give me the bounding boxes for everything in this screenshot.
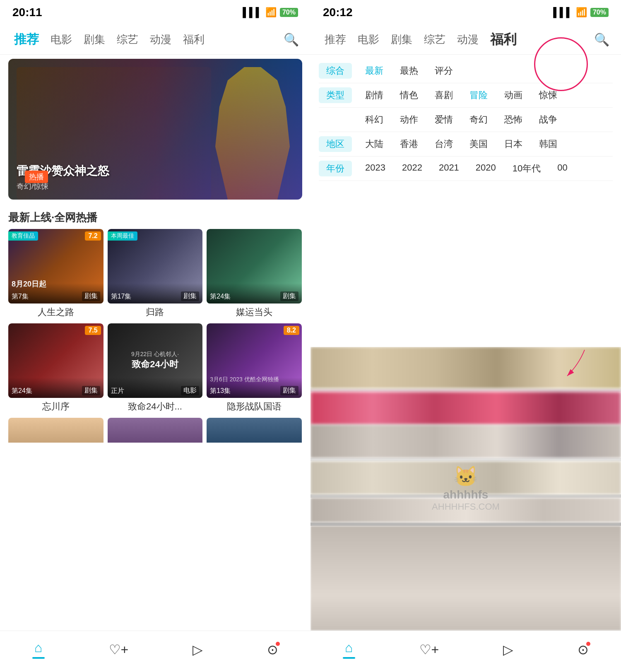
filter-option-2020[interactable]: 2020 xyxy=(469,161,503,176)
nav-item-series[interactable]: 剧集 xyxy=(78,29,111,50)
movie-info-6: 第13集 剧集 xyxy=(207,378,302,398)
filter-option-2023[interactable]: 2023 xyxy=(359,161,392,176)
filter-option-mainland[interactable]: 大陆 xyxy=(359,136,390,152)
filter-option-erotic[interactable]: 情色 xyxy=(393,87,425,103)
movie-episode-5: 正片 xyxy=(111,387,124,395)
movie-info-1: 第7集 剧集 xyxy=(8,283,104,303)
nav-item-recommend[interactable]: 推荐 xyxy=(8,28,45,51)
movie-episode-6: 第13集 xyxy=(210,387,231,395)
filter-row-general: 综合 最新 最热 评分 xyxy=(319,59,613,83)
filter-area: 综合 最新 最热 评分 类型 剧情 情色 喜剧 冒险 动画 惊悚 科幻 动作 xyxy=(310,55,621,347)
movie-name-6: 隐形战队国语 xyxy=(207,398,302,414)
watermark-url: AHHHHFS.COM xyxy=(432,501,500,512)
signal-icon: ▌▌▌ xyxy=(243,7,262,18)
filter-option-hottest[interactable]: 最热 xyxy=(393,63,425,79)
wifi-icon: 📶 xyxy=(265,7,277,18)
right-nav-anime[interactable]: 动漫 xyxy=(451,29,484,50)
battery-badge: 70% xyxy=(280,8,298,17)
bottom-nav-profile[interactable]: ⊙ xyxy=(267,642,278,658)
filter-option-scifi[interactable]: 科幻 xyxy=(359,112,390,128)
bottom-nav-play[interactable]: ▷ xyxy=(193,642,203,658)
hero-figure xyxy=(211,67,294,200)
right-bottom-nav-favorites[interactable]: ♡+ xyxy=(419,642,439,658)
nav-item-welfare[interactable]: 福利 xyxy=(177,29,210,50)
nav-item-movie[interactable]: 电影 xyxy=(45,29,78,50)
watermark: 🐱 ahhhhfs AHHHHFS.COM xyxy=(432,465,500,512)
right-time: 20:12 xyxy=(323,6,353,19)
right-nav-variety[interactable]: 综艺 xyxy=(418,29,451,50)
movie-card-6[interactable]: 8.2 3月6日 2023 优酷全网独播 第13集 剧集 隐形战队国语 xyxy=(207,323,302,414)
filter-option-2021[interactable]: 2021 xyxy=(432,161,466,176)
left-nav-bar: 推荐 电影 剧集 综艺 动漫 福利 🔍 xyxy=(0,25,310,55)
filter-option-usa[interactable]: 美国 xyxy=(463,136,494,152)
right-bottom-nav: ⌂ ♡+ ▷ ⊙ xyxy=(310,631,621,672)
filter-option-war[interactable]: 战争 xyxy=(532,112,564,128)
home-icon: ⌂ xyxy=(34,640,42,655)
filter-option-taiwan[interactable]: 台湾 xyxy=(428,136,460,152)
filter-row-type: 类型 剧情 情色 喜剧 冒险 动画 惊悚 xyxy=(319,83,613,108)
right-nav-series[interactable]: 剧集 xyxy=(385,29,418,50)
filter-option-japan[interactable]: 日本 xyxy=(498,136,529,152)
filter-option-newest[interactable]: 最新 xyxy=(359,63,390,79)
bottom-nav-favorites[interactable]: ♡+ xyxy=(109,642,129,658)
filter-option-thriller[interactable]: 惊悚 xyxy=(532,87,564,103)
movie-type-4: 剧集 xyxy=(82,386,100,395)
filter-option-adventure[interactable]: 冒险 xyxy=(463,87,494,103)
movie-name-5: 致命24小时... xyxy=(108,398,203,414)
movie-card-5[interactable]: 9月22日 心机邻人· 致命24小时 正片 电影 致命24小时... xyxy=(108,323,203,414)
movie-type-3: 剧集 xyxy=(280,291,298,301)
nav-item-variety[interactable]: 综艺 xyxy=(111,29,144,50)
nav-item-anime[interactable]: 动漫 xyxy=(144,29,177,50)
filter-label-general: 综合 xyxy=(319,63,352,79)
movie-type-1: 剧集 xyxy=(82,291,100,301)
section-title: 最新上线·全网热播 xyxy=(0,204,310,229)
bottom-nav-home[interactable]: ⌂ xyxy=(32,640,45,659)
right-home-icon: ⌂ xyxy=(345,640,353,655)
filter-options-type-2: 科幻 动作 爱情 奇幻 恐怖 战争 xyxy=(359,112,564,128)
movie-thumb-5: 9月22日 心机邻人· 致命24小时 正片 电影 xyxy=(108,323,203,398)
movie-info-2: 第17集 剧集 xyxy=(108,283,203,303)
filter-option-fantasy[interactable]: 奇幻 xyxy=(463,112,494,128)
right-nav-welfare[interactable]: 福利 xyxy=(484,27,522,52)
right-nav-recommend[interactable]: 推荐 xyxy=(319,29,352,50)
filter-option-rating[interactable]: 评分 xyxy=(428,63,460,79)
movie-card-1[interactable]: 教育佳品 7.2 8月20日起 第7集 剧集 人生之路 xyxy=(8,229,104,319)
right-search-icon[interactable]: 🔍 xyxy=(591,29,613,50)
right-bottom-nav-play[interactable]: ▷ xyxy=(503,642,513,658)
movie-name-4: 忘川序 xyxy=(8,398,104,414)
filter-option-horror[interactable]: 恐怖 xyxy=(498,112,529,128)
right-nav-movie[interactable]: 电影 xyxy=(352,29,385,50)
movie-episode-3: 第24集 xyxy=(210,292,231,301)
right-profile-dot xyxy=(586,642,590,646)
movie-card-3[interactable]: 第24集 剧集 媒运当头 xyxy=(207,229,302,319)
search-icon[interactable]: 🔍 xyxy=(280,29,302,50)
filter-option-comedy[interactable]: 喜剧 xyxy=(428,87,460,103)
right-status-bar: 20:12 ▌▌▌ 📶 70% xyxy=(310,0,621,25)
movie-sub-text-5: 9月22日 心机邻人· xyxy=(131,351,179,358)
right-signal-icon: ▌▌▌ xyxy=(553,7,573,18)
filter-option-2022[interactable]: 2022 xyxy=(395,161,429,176)
filter-row-year: 年份 2023 2022 2021 2020 10年代 00 xyxy=(319,157,613,181)
filter-options-general: 最新 最热 评分 xyxy=(359,63,460,79)
right-bottom-nav-profile[interactable]: ⊙ xyxy=(578,642,589,658)
movie-badge-corner-1: 教育佳品 xyxy=(8,231,38,241)
movie-info-4: 第24集 剧集 xyxy=(8,378,104,398)
right-nav-bar: 推荐 电影 剧集 综艺 动漫 福利 🔍 xyxy=(310,25,621,55)
filter-row-region: 地区 大陆 香港 台湾 美国 日本 韩国 xyxy=(319,132,613,157)
movie-card-4[interactable]: 7.5 第24集 剧集 忘川序 xyxy=(8,323,104,414)
filter-option-animation[interactable]: 动画 xyxy=(498,87,529,103)
filter-option-drama[interactable]: 剧情 xyxy=(359,87,390,103)
filter-option-hongkong[interactable]: 香港 xyxy=(393,136,425,152)
right-status-icons: ▌▌▌ 📶 70% xyxy=(553,7,609,18)
filter-option-00s[interactable]: 00 xyxy=(551,161,574,176)
filter-option-action[interactable]: 动作 xyxy=(393,112,425,128)
movie-card-2[interactable]: 本周最佳 第17集 剧集 归路 xyxy=(108,229,203,319)
profile-dot xyxy=(276,642,280,646)
filter-option-decade[interactable]: 10年代 xyxy=(506,161,547,176)
filter-option-korea[interactable]: 韩国 xyxy=(532,136,564,152)
hero-banner[interactable]: 雷霆沙赞众神之怒 热播 奇幻/惊悚 xyxy=(8,59,302,200)
right-bottom-nav-home[interactable]: ⌂ xyxy=(343,640,355,659)
movie-grid: 教育佳品 7.2 8月20日起 第7集 剧集 人生之路 本周最佳 第17集 剧集… xyxy=(0,229,310,418)
movie-thumb-1: 教育佳品 7.2 8月20日起 第7集 剧集 xyxy=(8,229,104,303)
filter-option-romance[interactable]: 爱情 xyxy=(428,112,460,128)
